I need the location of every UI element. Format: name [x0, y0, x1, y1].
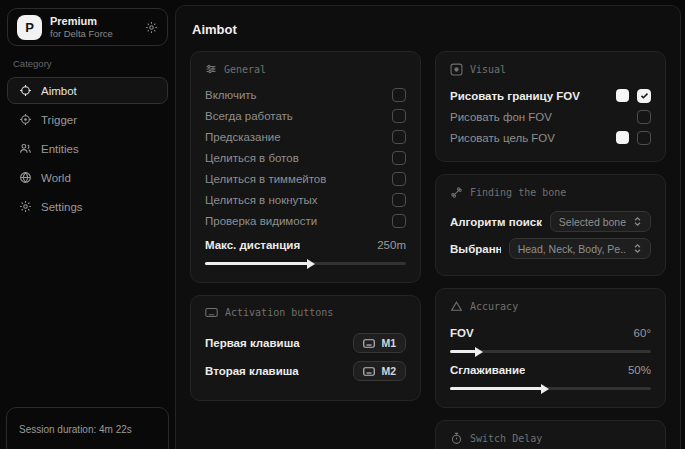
bone-icon: [450, 186, 463, 199]
sidebar-item-trigger[interactable]: Trigger: [7, 106, 168, 133]
sidebar-item-label: World: [41, 172, 71, 184]
fov-border-label: Рисовать границу FOV: [450, 90, 580, 102]
toggle-label: Предсказание: [205, 131, 281, 143]
enable-checkbox[interactable]: [392, 88, 406, 102]
second-key-row: Вторая клавиша M2: [205, 357, 406, 385]
fov-target-row: Рисовать цель FOV: [450, 127, 651, 148]
visibility-check-checkbox[interactable]: [392, 214, 406, 228]
visual-card: Visual Рисовать границу FOV Рисовать фон…: [435, 51, 666, 162]
sidebar-item-settings[interactable]: Settings: [7, 193, 168, 220]
toggle-label: Целиться в ботов: [205, 152, 299, 164]
fov-slider-row: FOV 60°: [450, 322, 651, 343]
chevron-up-down-icon: [633, 216, 642, 227]
session-duration-box: Session duration: 4m 22s: [6, 407, 169, 449]
slider-fill: [450, 350, 476, 353]
sidebar-item-label: Aimbot: [41, 85, 77, 97]
smoothing-slider[interactable]: [450, 387, 651, 390]
trigger-icon: [18, 113, 32, 126]
session-duration-text: Session duration: 4m 22s: [19, 424, 132, 435]
toggle-row-aim-bots: Целиться в ботов: [205, 147, 406, 168]
switch-delay-card: Switch Delay Задержка переключения Задер…: [435, 420, 666, 449]
triangle-icon: [450, 300, 463, 313]
fov-target-color-swatch[interactable]: [616, 131, 629, 144]
fov-background-checkbox[interactable]: [637, 110, 651, 124]
accuracy-card: Accuracy FOV 60° Сглаживание 50%: [435, 288, 666, 408]
first-key-label: Первая клавиша: [205, 337, 300, 349]
brand-subtitle: for Delta Force: [50, 28, 137, 39]
toggle-label: Всегда работать: [205, 110, 293, 122]
bone-card: Finding the bone Алгоритм поиска кости S…: [435, 174, 666, 276]
selected-bones-select[interactable]: Head, Neck, Body, Pe..: [509, 238, 651, 259]
fov-value: 60°: [634, 327, 651, 339]
section-title-bone: Finding the bone: [470, 187, 566, 198]
toggle-row-prediction: Предсказание: [205, 126, 406, 147]
section-title-visual: Visual: [470, 64, 506, 75]
first-key-bind-button[interactable]: M1: [353, 333, 406, 353]
bone-algorithm-label: Алгоритм поиска кости: [450, 216, 542, 228]
eye-icon: [450, 63, 463, 76]
globe-icon: [18, 171, 32, 184]
sidebar-item-label: Entities: [41, 143, 79, 155]
fov-background-row: Рисовать фон FOV: [450, 106, 651, 127]
selected-value: Selected bone: [559, 216, 626, 228]
keyboard-icon: [205, 307, 218, 318]
slider-fill: [205, 262, 308, 265]
main-panel: Aimbot General Включить Всегда работать: [175, 5, 681, 449]
slider-fill: [450, 387, 542, 390]
second-key-label: Вторая клавиша: [205, 365, 299, 377]
entities-icon: [18, 142, 32, 155]
prediction-checkbox[interactable]: [392, 130, 406, 144]
fov-background-label: Рисовать фон FOV: [450, 111, 552, 123]
fov-border-checkbox[interactable]: [637, 89, 651, 103]
gear-icon: [18, 200, 32, 213]
fov-label: FOV: [450, 327, 474, 339]
toggle-label: Целиться в нокнутых: [205, 194, 318, 206]
first-key-row: Первая клавиша M1: [205, 329, 406, 357]
mouse-key-icon: [363, 367, 375, 376]
crosshair-icon: [18, 84, 32, 97]
activation-card: Activation buttons Первая клавиша M1 Вто…: [190, 295, 421, 401]
aim-teammates-checkbox[interactable]: [392, 172, 406, 186]
selected-bones-row: Выбранные кости Head, Neck, Body, Pe..: [450, 235, 651, 262]
toggle-row-enable: Включить: [205, 84, 406, 105]
brand-title: Premium: [50, 15, 137, 28]
sidebar-item-label: Settings: [41, 201, 83, 213]
sidebar: P Premium for Delta Force Category Aimbo…: [0, 0, 175, 449]
section-title-switch-delay: Switch Delay: [470, 433, 542, 444]
toggle-row-always-work: Всегда работать: [205, 105, 406, 126]
key-value: M2: [381, 365, 396, 377]
aim-knocked-checkbox[interactable]: [392, 193, 406, 207]
toggle-row-aim-knocked: Целиться в нокнутых: [205, 189, 406, 210]
aim-bots-checkbox[interactable]: [392, 151, 406, 165]
section-title-accuracy: Accuracy: [470, 301, 518, 312]
brand-card: P Premium for Delta Force: [7, 8, 168, 46]
timer-icon: [450, 432, 463, 445]
max-distance-value: 250m: [377, 239, 406, 251]
page-title: Aimbot: [192, 22, 664, 37]
sidebar-item-entities[interactable]: Entities: [7, 135, 168, 162]
settings-gear-icon[interactable]: [145, 21, 158, 34]
fov-target-checkbox[interactable]: [637, 131, 651, 145]
selected-bones-label: Выбранные кости: [450, 243, 501, 255]
fov-border-color-swatch[interactable]: [616, 89, 629, 102]
bone-algorithm-select[interactable]: Selected bone: [550, 211, 651, 232]
app-logo: P: [17, 15, 42, 40]
sidebar-item-world[interactable]: World: [7, 164, 168, 191]
selected-value: Head, Neck, Body, Pe..: [518, 243, 626, 255]
sidebar-item-aimbot[interactable]: Aimbot: [7, 77, 168, 104]
chevron-up-down-icon: [633, 243, 642, 254]
always-work-checkbox[interactable]: [392, 109, 406, 123]
section-title-general: General: [224, 64, 266, 75]
second-key-bind-button[interactable]: M2: [353, 361, 406, 381]
key-value: M1: [381, 337, 396, 349]
toggle-label: Целиться в тиммейтов: [205, 173, 326, 185]
max-distance-label: Макс. дистанция: [205, 239, 300, 251]
sidebar-item-label: Trigger: [41, 114, 77, 126]
general-card: General Включить Всегда работать Предска…: [190, 51, 421, 283]
max-distance-row: Макс. дистанция 250m: [205, 234, 406, 255]
max-distance-slider[interactable]: [205, 262, 406, 265]
mouse-key-icon: [363, 339, 375, 348]
brand-text: Premium for Delta Force: [50, 15, 137, 40]
smoothing-slider-row: Сглаживание 50%: [450, 359, 651, 380]
fov-slider[interactable]: [450, 350, 651, 353]
